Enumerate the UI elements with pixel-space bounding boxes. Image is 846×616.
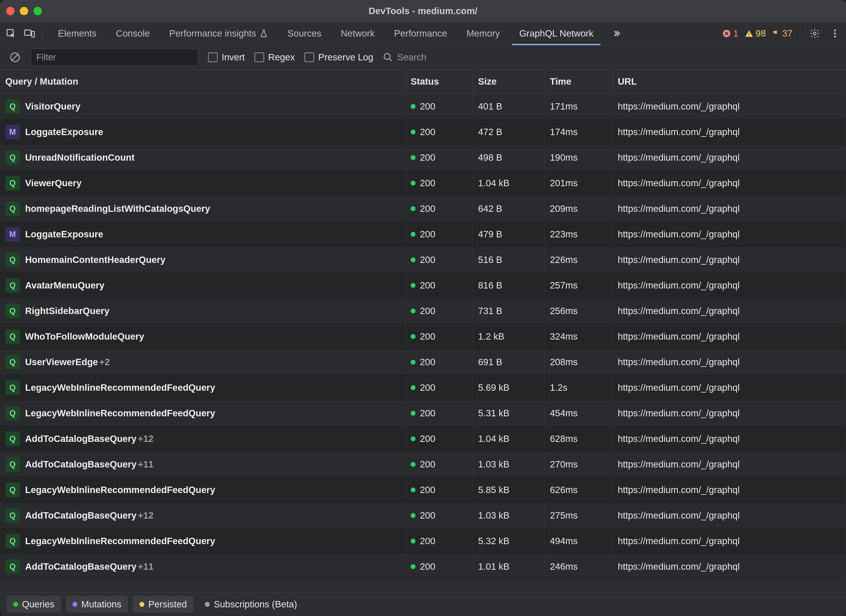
- tab-performance-insights[interactable]: Performance insights: [160, 22, 278, 45]
- error-count[interactable]: 1: [722, 28, 738, 39]
- table-row[interactable]: QAddToCatalogBaseQuery +112001.03 kB270m…: [0, 451, 846, 477]
- cell-size: 516 B: [473, 247, 545, 272]
- table-row[interactable]: MLoggateExposure200479 B223mshttps://med…: [0, 222, 846, 247]
- more-tabs-icon[interactable]: [610, 26, 623, 41]
- operation-suffix: +11: [138, 459, 154, 470]
- minimize-window-button[interactable]: [20, 7, 28, 15]
- filter-bar: Invert Regex Preserve Log Search: [0, 45, 846, 69]
- close-window-button[interactable]: [6, 7, 15, 15]
- kebab-menu-icon[interactable]: [828, 26, 842, 41]
- warning-count[interactable]: 98: [745, 28, 766, 39]
- status-value: 200: [420, 306, 435, 316]
- status-value: 200: [420, 408, 435, 419]
- table-row[interactable]: QAvatarMenuQuery200816 B257mshttps://med…: [0, 273, 846, 298]
- tab-performance[interactable]: Performance: [385, 22, 457, 45]
- tab-sources[interactable]: Sources: [278, 22, 331, 45]
- cell-query: QHomemainContentHeaderQuery: [0, 247, 405, 272]
- cell-url: https://medium.com/_/graphql: [612, 298, 846, 323]
- cell-url: https://medium.com/_/graphql: [612, 477, 846, 503]
- cell-url: https://medium.com/_/graphql: [612, 451, 846, 477]
- settings-icon[interactable]: [808, 26, 822, 41]
- cell-time: 223ms: [545, 222, 612, 247]
- table-row[interactable]: QLegacyWebInlineRecommendedFeedQuery2005…: [0, 528, 846, 554]
- table-row[interactable]: QAddToCatalogBaseQuery +122001.03 kB275m…: [0, 503, 846, 528]
- table-row[interactable]: QVisitorQuery200401 B171mshttps://medium…: [0, 94, 846, 119]
- dot-icon: [13, 602, 18, 607]
- pill-label: Mutations: [81, 599, 121, 610]
- col-query[interactable]: Query / Mutation: [0, 69, 405, 93]
- status-value: 200: [420, 382, 435, 393]
- search-box[interactable]: Search: [383, 52, 426, 63]
- cell-status: 200: [405, 477, 473, 503]
- device-toolbar-icon[interactable]: [22, 26, 37, 41]
- cell-size: 5.31 kB: [473, 400, 545, 426]
- cell-status: 200: [405, 324, 473, 349]
- status-value: 200: [420, 178, 435, 188]
- cell-url: https://medium.com/_/graphql: [612, 400, 846, 426]
- filter-queries[interactable]: Queries: [7, 596, 61, 613]
- query-badge-icon: Q: [5, 99, 20, 114]
- col-size[interactable]: Size: [473, 69, 545, 93]
- table-row[interactable]: QAddToCatalogBaseQuery +122001.04 kB628m…: [0, 426, 846, 451]
- table-row[interactable]: QWhoToFollowModuleQuery2001.2 kB324mshtt…: [0, 324, 846, 349]
- cell-time: 190ms: [545, 145, 612, 170]
- table-row[interactable]: QAddToCatalogBaseQuery +112001.01 kB246m…: [0, 554, 846, 579]
- toolbar-separator: [42, 27, 43, 40]
- cell-time: 257ms: [545, 273, 612, 298]
- invert-checkbox[interactable]: Invert: [208, 52, 245, 63]
- warning-count-value: 98: [756, 28, 766, 39]
- status-dot-icon: [411, 462, 416, 467]
- table-body[interactable]: QVisitorQuery200401 B171mshttps://medium…: [0, 94, 846, 592]
- operation-name: AddToCatalogBaseQuery: [25, 562, 137, 572]
- tab-label: Memory: [466, 28, 500, 39]
- tab-graphql-network[interactable]: GraphQL Network: [510, 22, 603, 45]
- info-count[interactable]: 37: [772, 28, 792, 39]
- cell-size: 5.85 kB: [473, 477, 545, 503]
- status-value: 200: [420, 203, 435, 214]
- cell-url: https://medium.com/_/graphql: [612, 196, 846, 221]
- table-row[interactable]: QRightSidebarQuery200731 B256mshttps://m…: [0, 298, 846, 324]
- operation-name: AvatarMenuQuery: [25, 280, 104, 291]
- query-badge-icon: Q: [5, 329, 20, 344]
- maximize-window-button[interactable]: [34, 7, 42, 15]
- filter-input[interactable]: [31, 49, 198, 66]
- col-status[interactable]: Status: [405, 69, 473, 93]
- table-row[interactable]: QLegacyWebInlineRecommendedFeedQuery2005…: [0, 375, 846, 400]
- table-row[interactable]: MLoggateExposure200472 B174mshttps://med…: [0, 119, 846, 145]
- status-dot-icon: [411, 155, 416, 160]
- tab-elements[interactable]: Elements: [48, 22, 106, 45]
- table-row[interactable]: QLegacyWebInlineRecommendedFeedQuery2005…: [0, 477, 846, 503]
- table-header: Query / Mutation Status Size Time URL: [0, 69, 846, 94]
- filter-mutations[interactable]: Mutations: [66, 596, 128, 613]
- cell-time: 201ms: [545, 171, 612, 196]
- flag-icon: [772, 29, 780, 38]
- operation-name: LegacyWebInlineRecommendedFeedQuery: [25, 408, 215, 419]
- tab-label: Performance insights: [169, 28, 256, 39]
- status-value: 200: [420, 434, 435, 444]
- tab-network[interactable]: Network: [331, 22, 385, 45]
- table-row[interactable]: QUnreadNotificationCount200498 B190mshtt…: [0, 145, 846, 171]
- clear-log-icon[interactable]: [9, 51, 21, 63]
- inspect-element-icon[interactable]: [4, 26, 18, 41]
- cell-query: QViewerQuery: [0, 171, 405, 196]
- tab-console[interactable]: Console: [106, 22, 160, 45]
- tab-memory[interactable]: Memory: [457, 22, 510, 45]
- table-row[interactable]: QHomemainContentHeaderQuery200516 B226ms…: [0, 247, 846, 273]
- table-row[interactable]: QViewerQuery2001.04 kB201mshttps://mediu…: [0, 171, 846, 196]
- preserve-log-checkbox[interactable]: Preserve Log: [304, 52, 373, 63]
- col-url[interactable]: URL: [612, 69, 846, 93]
- regex-checkbox[interactable]: Regex: [254, 52, 295, 63]
- operation-name: LoggateExposure: [25, 127, 103, 137]
- col-time[interactable]: Time: [545, 69, 612, 93]
- cell-time: 494ms: [545, 528, 612, 554]
- status-value: 200: [420, 536, 435, 546]
- table-row[interactable]: QLegacyWebInlineRecommendedFeedQuery2005…: [0, 400, 846, 426]
- filter-subscriptions[interactable]: Subscriptions (Beta): [198, 596, 304, 613]
- cell-time: 324ms: [545, 324, 612, 349]
- table-row[interactable]: QhomepageReadingListWithCatalogsQuery200…: [0, 196, 846, 222]
- cell-query: QLegacyWebInlineRecommendedFeedQuery: [0, 477, 405, 503]
- warning-icon: [745, 29, 753, 38]
- filter-persisted[interactable]: Persisted: [133, 596, 194, 613]
- table-row[interactable]: QUserViewerEdge +2200691 B208mshttps://m…: [0, 349, 846, 375]
- bottom-filter-bar: Queries Mutations Persisted Subscription…: [0, 592, 846, 616]
